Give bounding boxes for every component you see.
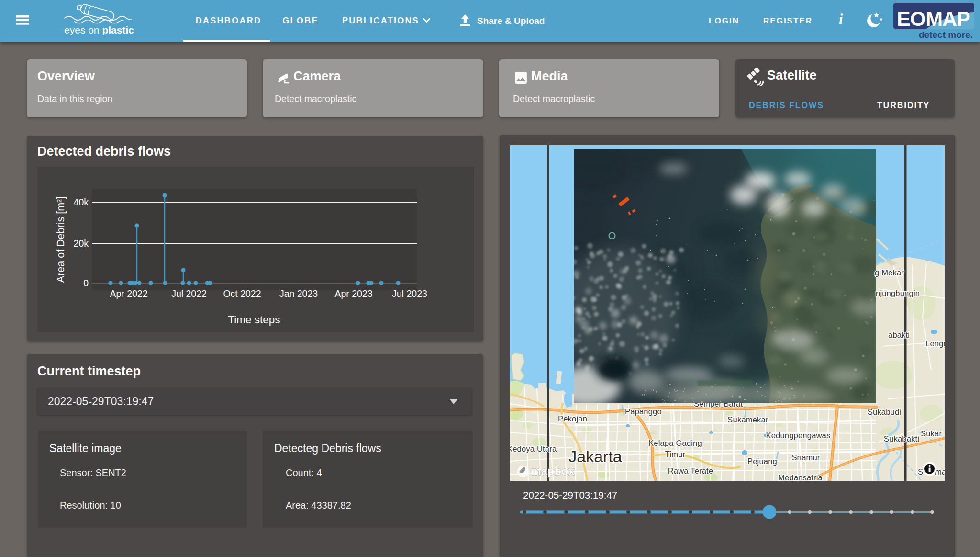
- svg-text:S: S: [918, 467, 923, 476]
- svg-text:Medansatria: Medansatria: [778, 473, 823, 481]
- svg-text:Apr 2023: Apr 2023: [334, 288, 372, 299]
- svg-text:g Mekar: g Mekar: [875, 268, 904, 277]
- svg-text:Kedoya Utara: Kedoya Utara: [510, 444, 557, 453]
- svg-text:Kedungpengawas: Kedungpengawas: [766, 431, 831, 440]
- svg-text:Papanggo: Papanggo: [625, 407, 662, 416]
- svg-text:Rawa Terate: Rawa Terate: [668, 466, 713, 475]
- svg-text:mapbox: mapbox: [531, 465, 575, 477]
- svg-text:Pejuang: Pejuang: [747, 457, 777, 466]
- svg-text:Oct 2022: Oct 2022: [223, 288, 261, 299]
- svg-text:20k: 20k: [74, 238, 89, 249]
- svg-text:Sukamekar: Sukamekar: [727, 415, 768, 424]
- svg-text:njungbungin: njungbungin: [876, 289, 920, 297]
- svg-text:Sukabudi: Sukabudi: [868, 408, 901, 416]
- svg-text:Kelapa Gading: Kelapa Gading: [648, 439, 702, 447]
- svg-text:Time steps: Time steps: [228, 314, 280, 326]
- svg-text:Jul 2022: Jul 2022: [171, 288, 207, 299]
- svg-text:Pekojan: Pekojan: [558, 414, 587, 423]
- svg-text:0: 0: [83, 278, 89, 288]
- svg-text:Sukar: Sukar: [921, 429, 942, 438]
- svg-text:Jakarta: Jakarta: [568, 447, 622, 466]
- svg-text:Lenggahja: Lenggahja: [925, 339, 945, 348]
- svg-text:40k: 40k: [74, 197, 89, 207]
- svg-text:Timur: Timur: [665, 450, 686, 458]
- svg-text:abakti: abakti: [888, 330, 910, 339]
- svg-text:Jan 2023: Jan 2023: [279, 288, 318, 299]
- svg-text:Jul 2023: Jul 2023: [392, 288, 427, 299]
- svg-text:Sriamur: Sriamur: [791, 453, 820, 462]
- svg-text:Sukabakti: Sukabakti: [884, 434, 919, 443]
- svg-text:detect more.: detect more.: [919, 30, 973, 39]
- svg-text:Apr 2022: Apr 2022: [110, 288, 147, 299]
- svg-text:Area of Debris [m²]: Area of Debris [m²]: [55, 196, 67, 283]
- svg-text:EOMAP: EOMAP: [897, 7, 970, 30]
